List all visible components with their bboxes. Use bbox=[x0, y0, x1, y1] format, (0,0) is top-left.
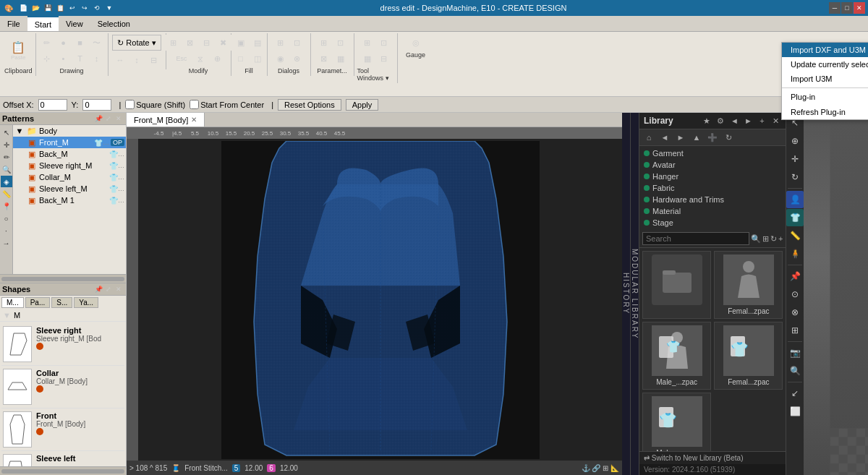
dialog2-btn[interactable]: ⊡ bbox=[289, 35, 305, 51]
patterns-pin-icon[interactable]: 📌 bbox=[93, 114, 103, 124]
mod1-btn[interactable]: ⊞ bbox=[166, 35, 182, 51]
lib-material-item[interactable]: Material bbox=[641, 205, 784, 217]
canvas-tab-close-icon[interactable]: ✕ bbox=[191, 116, 197, 124]
tab-start[interactable]: Start bbox=[27, 16, 59, 31]
shapes-pin-icon[interactable]: 📌 bbox=[93, 284, 103, 294]
fr-shirt-icon[interactable]: 👕 bbox=[786, 209, 804, 226]
tw2-btn[interactable]: ⊡ bbox=[376, 35, 392, 51]
redo-icon[interactable]: ↪ bbox=[79, 2, 90, 14]
canvas-main[interactable] bbox=[127, 139, 622, 461]
shapes-expand-icon[interactable]: ⤢ bbox=[103, 284, 114, 294]
fabric-canvas[interactable] bbox=[127, 139, 622, 461]
shape-collar[interactable]: Collar Collar_M [Body] bbox=[1, 366, 124, 408]
tab-selection[interactable]: Selection bbox=[90, 16, 137, 31]
lib-hardware-item[interactable]: Hardware and Trims bbox=[641, 194, 784, 205]
fr-zoom-icon[interactable]: 🔍 bbox=[786, 362, 804, 380]
lib-item-male-zpac1[interactable]: 👕 Male_...zpac bbox=[642, 322, 711, 390]
lt-select-icon[interactable]: ↖ bbox=[1, 127, 12, 138]
fr-body-icon[interactable]: 🧍 bbox=[786, 245, 804, 262]
dialog4-btn[interactable]: ⊗ bbox=[289, 51, 305, 67]
circle-btn[interactable]: ● bbox=[56, 35, 72, 51]
modular-library-tab[interactable]: MODULAR LIBRARY bbox=[631, 113, 639, 475]
shapes-m-root[interactable]: ▼ M bbox=[0, 309, 126, 322]
close-button[interactable]: ✕ bbox=[854, 2, 865, 14]
redo2-icon[interactable]: ▼ bbox=[103, 2, 115, 14]
lib-close-icon[interactable]: ✕ bbox=[770, 115, 781, 127]
library-search-input[interactable] bbox=[642, 232, 749, 245]
view-3d[interactable] bbox=[804, 113, 868, 475]
lib-settings-icon[interactable]: ⚙ bbox=[715, 115, 726, 127]
fr-tool3-icon[interactable]: ⊞ bbox=[786, 322, 804, 339]
library-footer[interactable]: ⇄ Switch to New Library (Beta) bbox=[639, 451, 786, 464]
lib-hanger-item[interactable]: Hanger bbox=[641, 171, 784, 182]
pencil-btn[interactable]: ✏ bbox=[39, 35, 55, 51]
lib-item-male-zpac2[interactable]: 👕 Male_...zpac bbox=[642, 393, 711, 451]
square-shift-checkbox[interactable]: Square (Shift) bbox=[125, 100, 185, 109]
fr-move-icon[interactable]: ✛ bbox=[786, 150, 804, 168]
tab-file[interactable]: File bbox=[0, 16, 27, 31]
lib-nav-right-icon[interactable]: ► bbox=[742, 115, 754, 127]
flip-h-btn[interactable]: ↔ bbox=[112, 52, 128, 68]
lib-avatar-item[interactable]: Avatar bbox=[641, 159, 784, 171]
flip-v-btn[interactable]: ↕ bbox=[129, 52, 145, 68]
shapes-scrollbar[interactable] bbox=[1, 469, 124, 474]
tw4-btn[interactable]: ⊟ bbox=[376, 51, 392, 67]
fill3-btn[interactable]: □ bbox=[233, 51, 249, 67]
mod2-btn[interactable]: ⊠ bbox=[182, 35, 198, 51]
esc-btn[interactable]: Esc bbox=[171, 51, 192, 67]
mod3-btn[interactable]: ⊟ bbox=[199, 35, 215, 51]
fr-arrow-icon[interactable]: ↙ bbox=[786, 385, 804, 402]
history-tab[interactable]: HISTORY bbox=[622, 113, 631, 475]
patterns-close-icon[interactable]: ✕ bbox=[114, 114, 124, 124]
lib-forward-icon[interactable]: ► bbox=[674, 131, 687, 144]
text-btn[interactable]: T bbox=[72, 51, 88, 67]
import-u3m-item[interactable]: Import U3M bbox=[782, 72, 868, 86]
fr-floor-icon[interactable]: ⬜ bbox=[786, 403, 804, 420]
import-dxf-u3m-item[interactable]: Import DXF and U3M bbox=[782, 43, 868, 57]
reset-options-button[interactable]: Reset Options bbox=[278, 99, 341, 111]
lt-pen-icon[interactable]: ✏ bbox=[1, 151, 12, 163]
lt-zoom-icon[interactable]: 🔍 bbox=[1, 163, 12, 175]
patterns-expand-icon[interactable]: ⤢ bbox=[103, 114, 114, 124]
dot-btn[interactable]: • bbox=[56, 51, 72, 67]
tree-front-m[interactable]: ▣ Front_M 👕 … OP bbox=[13, 137, 126, 148]
gauge-btn[interactable]: ◎ bbox=[408, 35, 424, 51]
lt-ruler-icon[interactable]: 📏 bbox=[1, 188, 12, 200]
fr-rotate-icon[interactable]: ↻ bbox=[786, 168, 804, 186]
tree-collar-m[interactable]: ▣ Collar_M 👕 … bbox=[13, 171, 126, 183]
save-icon[interactable]: 💾 bbox=[42, 2, 54, 14]
canvas-tab-front-m-body[interactable]: Front_M [Body] ✕ bbox=[127, 113, 205, 127]
tree-sleeve-left-m[interactable]: ▣ Sleeve left_M 👕 … bbox=[13, 183, 126, 194]
fr-pin-icon[interactable]: 📌 bbox=[786, 268, 804, 285]
rotate-btn[interactable]: ↻ Rotate ▾ bbox=[112, 35, 161, 51]
patterns-scrollbar[interactable] bbox=[1, 277, 124, 281]
lib-nav-left-icon[interactable]: ◄ bbox=[728, 115, 740, 127]
fill4-btn[interactable]: ◫ bbox=[250, 51, 265, 67]
tw3-btn[interactable]: ▦ bbox=[359, 51, 375, 67]
lib-stage-item[interactable]: Stage bbox=[641, 217, 784, 228]
lib-refresh-icon[interactable]: ↻ bbox=[722, 131, 735, 144]
param3-btn[interactable]: ⊠ bbox=[316, 51, 332, 67]
paste-btn[interactable]: 📋Paste bbox=[7, 35, 30, 67]
lib-back-icon[interactable]: ◄ bbox=[658, 131, 671, 144]
lib-up-icon[interactable]: ▲ bbox=[690, 131, 703, 144]
shapes-tab-m[interactable]: M... bbox=[1, 297, 24, 308]
fill2-btn[interactable]: ▤ bbox=[250, 35, 265, 51]
mod6-btn[interactable]: ⊕ bbox=[209, 51, 225, 67]
lt-pin-icon[interactable]: 📍 bbox=[1, 200, 12, 212]
shapes-tab-pa[interactable]: Pa... bbox=[25, 297, 51, 308]
curve-btn[interactable]: 〜 bbox=[89, 35, 105, 51]
new-icon[interactable]: 📄 bbox=[17, 2, 29, 14]
tab-view[interactable]: View bbox=[59, 16, 90, 31]
lib-item-folder[interactable] bbox=[642, 251, 711, 319]
shape-sleeve-left[interactable]: Sleeve left bbox=[1, 451, 124, 466]
dialog3-btn[interactable]: ◉ bbox=[273, 51, 289, 67]
apply-button[interactable]: Apply bbox=[346, 99, 379, 111]
lt-dot-icon[interactable]: · bbox=[1, 225, 12, 236]
lib-sort-icon[interactable]: ⊞ bbox=[762, 234, 769, 244]
fr-transform-icon[interactable]: ⊕ bbox=[786, 132, 804, 150]
tree-back-m[interactable]: ▣ Back_M 👕 … bbox=[13, 148, 126, 160]
offset-y-input[interactable] bbox=[82, 99, 111, 111]
lib-add-folder-icon[interactable]: + bbox=[778, 234, 783, 243]
lib-add-icon[interactable]: + bbox=[756, 115, 767, 127]
